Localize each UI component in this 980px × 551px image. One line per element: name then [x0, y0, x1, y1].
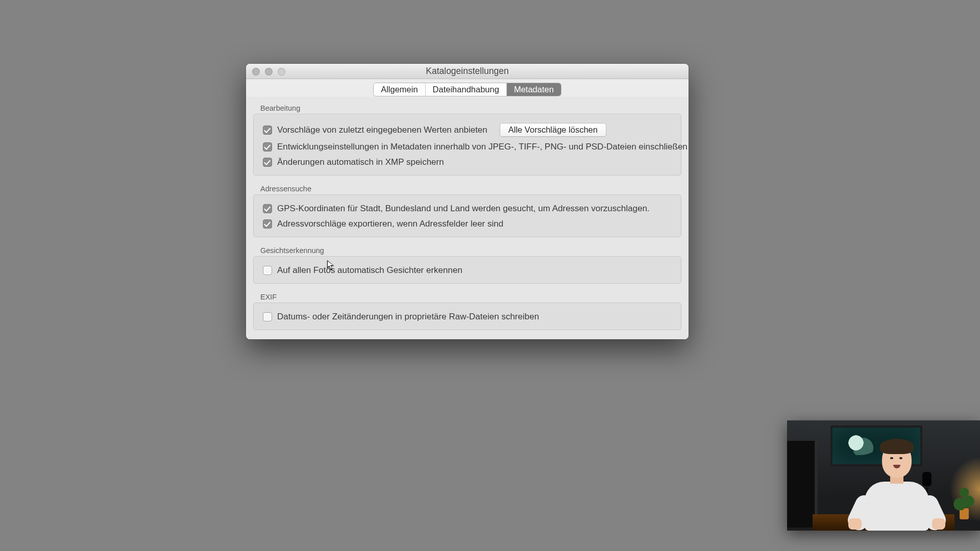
label-write-date-raw: Datums- oder Zeitänderungen in proprietä…	[277, 312, 539, 322]
label-auto-xmp: Änderungen automatisch in XMP speichern	[277, 157, 444, 167]
window-title: Katalogeinstellungen	[426, 66, 509, 77]
section-title-exif: EXIF	[253, 290, 681, 303]
maximize-icon[interactable]	[278, 68, 285, 76]
panel-editing: Vorschläge von zuletzt eingegebenen Wert…	[253, 114, 681, 176]
section-title-editing: Bearbeitung	[253, 101, 681, 114]
label-export-suggestions: Adressvorschläge exportieren, wenn Adres…	[277, 219, 503, 229]
row-gps-lookup: GPS-Koordinaten für Stadt, Bundesland un…	[263, 201, 672, 216]
row-export-suggestions: Adressvorschläge exportieren, wenn Adres…	[263, 216, 672, 232]
titlebar: Katalogeinstellungen	[246, 64, 689, 79]
label-gps-lookup: GPS-Koordinaten für Stadt, Bundesland un…	[277, 204, 650, 214]
row-include-develop: Entwicklungseinstellungen in Metadaten i…	[263, 139, 672, 155]
checkbox-suggest-recent[interactable]	[263, 126, 272, 135]
presenter	[848, 439, 945, 531]
checkbox-gps-lookup[interactable]	[263, 204, 272, 213]
tab-metadata[interactable]: Metadaten	[507, 83, 561, 96]
row-write-date-raw: Datums- oder Zeitänderungen in proprietä…	[263, 309, 672, 324]
panel-address: GPS-Koordinaten für Stadt, Bundesland un…	[253, 194, 681, 237]
panel-face: Auf allen Fotos automatisch Gesichter er…	[253, 256, 681, 284]
clear-suggestions-button[interactable]: Alle Vorschläge löschen	[500, 123, 606, 137]
window-body: Bearbeitung Vorschläge von zuletzt einge…	[246, 97, 689, 339]
checkbox-export-suggestions[interactable]	[263, 219, 272, 229]
label-suggest-recent: Vorschläge von zuletzt eingegebenen Wert…	[277, 125, 487, 135]
section-title-face: Gesichtserkennung	[253, 243, 681, 256]
checkbox-include-develop[interactable]	[263, 142, 272, 152]
row-suggest-recent: Vorschläge von zuletzt eingegebenen Wert…	[263, 120, 672, 139]
section-title-address: Adressensuche	[253, 182, 681, 194]
tab-filehandling[interactable]: Dateihandhabung	[426, 83, 507, 96]
label-auto-detect-faces: Auf allen Fotos automatisch Gesichter er…	[277, 265, 462, 276]
catalog-settings-window: Katalogeinstellungen Allgemein Dateihand…	[246, 64, 689, 339]
checkbox-auto-xmp[interactable]	[263, 158, 272, 167]
close-icon[interactable]	[252, 68, 260, 76]
row-auto-detect-faces: Auf allen Fotos automatisch Gesichter er…	[263, 263, 672, 278]
plant	[953, 480, 975, 519]
webcam-pip	[787, 420, 980, 531]
checkbox-auto-detect-faces[interactable]	[263, 266, 272, 275]
tab-segmented-control: Allgemein Dateihandhabung Metadaten	[374, 83, 561, 96]
minimize-icon[interactable]	[265, 68, 273, 76]
label-include-develop: Entwicklungseinstellungen in Metadaten i…	[277, 142, 688, 152]
tab-general[interactable]: Allgemein	[374, 83, 425, 96]
checkbox-write-date-raw[interactable]	[263, 312, 272, 321]
window-controls	[252, 68, 285, 76]
row-auto-xmp: Änderungen automatisch in XMP speichern	[263, 155, 672, 170]
tabbar: Allgemein Dateihandhabung Metadaten	[246, 79, 689, 97]
panel-exif: Datums- oder Zeitänderungen in proprietä…	[253, 303, 681, 330]
